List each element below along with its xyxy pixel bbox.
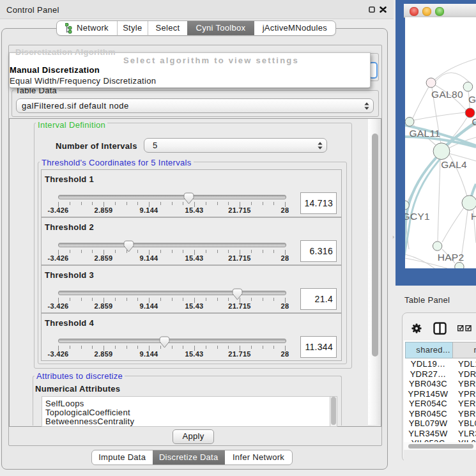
svg-text:GAL11: GAL11 — [409, 128, 440, 139]
svg-text:HAP2: HAP2 — [438, 252, 464, 263]
svg-text:GA: GA — [468, 94, 476, 105]
svg-text:GCY1: GCY1 — [405, 211, 430, 222]
svg-text:H: H — [471, 211, 476, 222]
svg-text:C: C — [472, 116, 476, 127]
svg-text:GAL80: GAL80 — [431, 89, 463, 100]
svg-text:GAL4: GAL4 — [441, 159, 467, 170]
